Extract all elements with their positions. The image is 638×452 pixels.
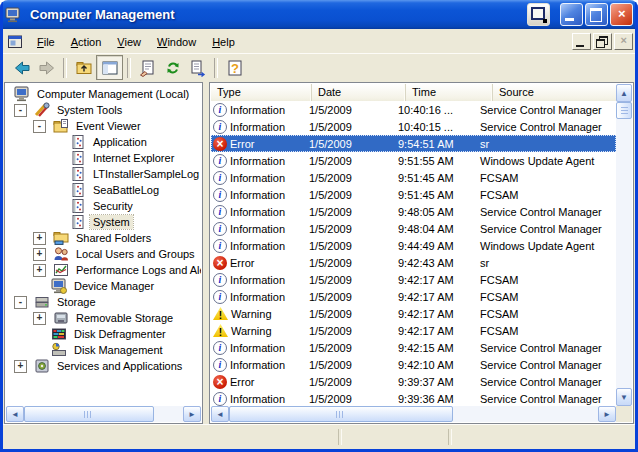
mdi-minimize-button[interactable]: [572, 33, 591, 50]
title-bar[interactable]: Computer Management ×: [0, 0, 638, 29]
performance-icon: [53, 262, 69, 278]
tree-item-system[interactable]: System: [6, 214, 201, 230]
event-row[interactable]: Information 1/5/2009 10:40:15 ... Servic…: [211, 118, 616, 135]
tree-item-application[interactable]: Application: [6, 134, 201, 150]
list-vertical-scrollbar[interactable]: ▲ ▼: [616, 84, 632, 406]
tree-item-removable-storage[interactable]: + Removable Storage: [6, 310, 201, 326]
event-log-icon: [70, 182, 86, 198]
tree-item-internet-explorer[interactable]: Internet Explorer: [6, 150, 201, 166]
computer-icon: [14, 86, 30, 102]
collapse-expander[interactable]: -: [33, 120, 46, 133]
event-row[interactable]: Information 1/5/2009 9:51:55 AM Windows …: [211, 152, 616, 169]
tree-item-performance-logs-and-alerts[interactable]: + Performance Logs and Alerts: [6, 262, 201, 278]
event-row[interactable]: Information 1/5/2009 9:51:45 AM FCSAM No…: [211, 186, 616, 203]
scroll-left-icon[interactable]: ◄: [211, 406, 229, 422]
scroll-left-icon[interactable]: ◄: [6, 406, 24, 422]
event-row[interactable]: Information 1/5/2009 9:51:45 AM FCSAM No…: [211, 169, 616, 186]
expand-expander[interactable]: +: [14, 360, 27, 373]
tree-item-device-manager[interactable]: Device Manager: [6, 278, 201, 294]
event-date: 1/5/2009: [301, 376, 390, 388]
forward-button[interactable]: [34, 56, 59, 79]
expand-expander[interactable]: +: [33, 312, 46, 325]
column-header-date[interactable]: Date: [312, 84, 406, 101]
event-date: 1/5/2009: [301, 291, 390, 303]
list-horizontal-scrollbar[interactable]: ◄ ►: [211, 406, 616, 422]
tree-item-services-and-applications[interactable]: + Services and Applications: [6, 358, 201, 374]
mdi-restore-button[interactable]: [593, 33, 612, 50]
scroll-right-icon[interactable]: ►: [598, 406, 616, 422]
event-row[interactable]: Information 1/5/2009 9:44:49 AM Windows …: [211, 237, 616, 254]
event-row-selected[interactable]: Error 1/5/2009 9:54:51 AM sr None: [211, 135, 616, 152]
event-row[interactable]: Information 1/5/2009 10:40:16 ... Servic…: [211, 101, 616, 118]
scroll-down-icon[interactable]: ▼: [616, 388, 632, 406]
event-time: 10:40:16 ...: [390, 104, 472, 116]
minimize-button[interactable]: [560, 3, 583, 26]
tree-item-label: System: [90, 215, 133, 229]
event-row[interactable]: Information 1/5/2009 9:42:17 AM FCSAM No…: [211, 271, 616, 288]
up-one-level-button[interactable]: [71, 56, 96, 79]
expand-expander[interactable]: +: [33, 232, 46, 245]
event-row[interactable]: Warning 1/5/2009 9:42:17 AM FCSAM None: [211, 305, 616, 322]
scrollbar-thumb[interactable]: [616, 102, 632, 119]
tree-item-storage[interactable]: - Storage: [6, 294, 201, 310]
toolbar: [3, 54, 635, 81]
show-hide-console-tree-icon: [100, 58, 120, 78]
menu-action[interactable]: Action: [63, 33, 110, 51]
expand-expander[interactable]: +: [33, 248, 46, 261]
event-date: 1/5/2009: [301, 223, 390, 235]
collapse-expander[interactable]: -: [14, 296, 27, 309]
event-source: FCSAM: [472, 274, 611, 286]
event-row[interactable]: Error 1/5/2009 9:39:37 AM Service Contro…: [211, 373, 616, 390]
refresh-button[interactable]: [160, 56, 185, 79]
event-log-icon: [70, 134, 86, 150]
event-row[interactable]: Information 1/5/2009 9:42:10 AM Service …: [211, 356, 616, 373]
tree-item-system-tools[interactable]: - System Tools: [6, 102, 201, 118]
tree-item-security[interactable]: Security: [6, 198, 201, 214]
tree-item-event-viewer[interactable]: - Event Viewer: [6, 118, 201, 134]
menu-file[interactable]: File: [29, 33, 63, 51]
event-time: 9:42:43 AM: [390, 257, 472, 269]
collapse-expander[interactable]: -: [14, 104, 27, 117]
scroll-right-icon[interactable]: ►: [183, 406, 201, 422]
window-pin-button[interactable]: [527, 3, 550, 26]
event-date: 1/5/2009: [301, 121, 390, 133]
scrollbar-thumb[interactable]: [24, 406, 154, 422]
expand-expander[interactable]: +: [33, 264, 46, 277]
event-source: FCSAM: [472, 325, 611, 337]
event-row[interactable]: Information 1/5/2009 9:39:36 AM Service …: [211, 390, 616, 406]
mdi-close-button[interactable]: ×: [614, 33, 633, 50]
event-row[interactable]: Error 1/5/2009 9:42:43 AM sr None: [211, 254, 616, 271]
tree-item-ltinstallersamplelog[interactable]: LTInstallerSampleLog: [6, 166, 201, 182]
column-header-time[interactable]: Time: [406, 84, 493, 101]
information-icon: [213, 239, 227, 253]
event-row[interactable]: Information 1/5/2009 9:48:04 AM Service …: [211, 220, 616, 237]
export-list-button[interactable]: [185, 56, 210, 79]
tree-item-seabattlelog[interactable]: SeaBattleLog: [6, 182, 201, 198]
tree-item-computer-management[interactable]: Computer Management (Local): [6, 86, 201, 102]
event-source: FCSAM: [472, 308, 611, 320]
back-button[interactable]: [9, 56, 34, 79]
menu-window[interactable]: Window: [149, 33, 204, 51]
event-row[interactable]: Warning 1/5/2009 9:42:17 AM FCSAM None: [211, 322, 616, 339]
event-row[interactable]: Information 1/5/2009 9:42:15 AM Service …: [211, 339, 616, 356]
close-button[interactable]: ×: [610, 3, 633, 26]
event-source: Service Control Manager: [472, 342, 611, 354]
scrollbar-thumb[interactable]: [229, 406, 453, 422]
tree-horizontal-scrollbar[interactable]: ◄ ►: [6, 406, 201, 422]
help-button[interactable]: [222, 56, 247, 79]
menu-view[interactable]: View: [109, 33, 149, 51]
scroll-up-icon[interactable]: ▲: [616, 84, 632, 102]
tree-item-local-users-and-groups[interactable]: + Local Users and Groups: [6, 246, 201, 262]
tree-item-shared-folders[interactable]: + Shared Folders: [6, 230, 201, 246]
column-header-type[interactable]: Type: [211, 84, 312, 101]
event-row[interactable]: Information 1/5/2009 9:48:05 AM Service …: [211, 203, 616, 220]
show-hide-console-tree-button[interactable]: [96, 55, 123, 80]
maximize-button[interactable]: [585, 3, 608, 26]
tree-item-disk-defragmenter[interactable]: Disk Defragmenter: [6, 326, 201, 342]
error-icon: [213, 256, 227, 270]
properties-button[interactable]: [135, 56, 160, 79]
menu-help[interactable]: Help: [204, 33, 243, 51]
event-row[interactable]: Information 1/5/2009 9:42:17 AM FCSAM No…: [211, 288, 616, 305]
shared-folders-icon: [53, 230, 69, 246]
tree-item-disk-management[interactable]: Disk Management: [6, 342, 201, 358]
